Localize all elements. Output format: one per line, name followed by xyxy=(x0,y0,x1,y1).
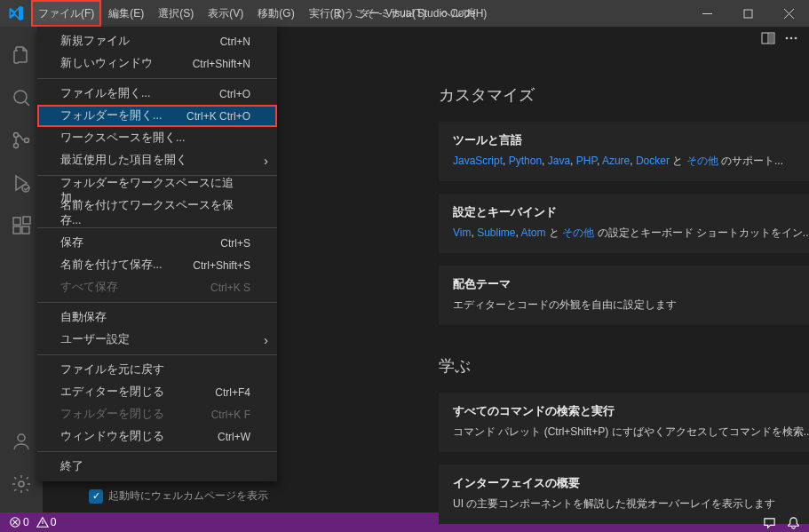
ui-overview-card[interactable]: インターフェイスの概要 UI の主要コンポーネントを解説した視覚オーバーレイを表… xyxy=(439,465,809,524)
notifications-icon[interactable] xyxy=(787,516,800,529)
menu-close-editor[interactable]: エディターを閉じるCtrl+F4 xyxy=(37,381,277,403)
menu-close-folder: フォルダーを閉じるCtrl+K F xyxy=(37,403,277,425)
error-count: 0 xyxy=(23,516,29,528)
svg-rect-8 xyxy=(22,226,29,234)
ui-overview-title: インターフェイスの概要 xyxy=(453,475,809,491)
menu-open-folder[interactable]: フォルダーを開く...Ctrl+K Ctrl+O xyxy=(37,105,277,127)
color-theme-title: 配色テーマ xyxy=(453,276,809,292)
window-title: ようこそ - Visual Studio Code xyxy=(333,6,476,21)
menu-save[interactable]: 保存Ctrl+S xyxy=(37,232,277,254)
all-commands-text: コマンド パレット (Ctrl+Shift+P) にすばやくアクセスしてコマンド… xyxy=(453,425,809,440)
startup-welcome-checkbox[interactable]: ✓ 起動時にウェルカムページを表示 xyxy=(89,488,268,504)
svg-rect-13 xyxy=(769,34,773,43)
lang-link[interactable]: Python xyxy=(509,155,542,167)
all-commands-card[interactable]: すべてのコマンドの検索と実行 コマンド パレット (Ctrl+Shift+P) … xyxy=(439,393,809,452)
ui-overview-text: UI の主要コンポーネントを解説した視覚オーバーレイを表示します xyxy=(453,496,809,512)
menu-new-file[interactable]: 新規ファイルCtrl+N xyxy=(37,30,277,52)
menu-view[interactable]: 表示(V) xyxy=(201,0,250,27)
svg-rect-7 xyxy=(13,226,20,234)
close-button[interactable] xyxy=(768,0,809,27)
menu-open-file[interactable]: ファイルを開く...Ctrl+O xyxy=(37,83,277,105)
menu-revert-file[interactable]: ファイルを元に戻す xyxy=(37,359,277,381)
run-debug-icon[interactable] xyxy=(0,162,43,204)
keymap-link[interactable]: Sublime xyxy=(477,226,515,239)
explorer-icon[interactable] xyxy=(0,34,43,76)
startup-welcome-label: 起動時にウェルカムページを表示 xyxy=(108,488,268,504)
menu-open-recent[interactable]: 最近使用した項目を開く xyxy=(37,149,277,171)
more-link[interactable]: その他 xyxy=(686,155,718,167)
keybindings-title: 設定とキーバインド xyxy=(453,204,809,220)
menu-new-window[interactable]: 新しいウィンドウCtrl+Shift+N xyxy=(37,52,277,75)
learn-heading: 学ぶ xyxy=(439,355,809,377)
activity-bar xyxy=(0,27,43,512)
tools-card[interactable]: ツールと言語 JavaScript, Python, Java, PHP, Az… xyxy=(439,122,809,181)
tools-title: ツールと言語 xyxy=(453,132,809,148)
menu-exit[interactable]: 終了 xyxy=(37,456,277,478)
menu-save-ws-as[interactable]: 名前を付けてワークスペースを保存... xyxy=(37,202,277,224)
svg-point-2 xyxy=(14,133,19,138)
minimize-button[interactable] xyxy=(686,0,727,27)
more-link[interactable]: その他 xyxy=(562,226,594,239)
svg-point-1 xyxy=(14,91,27,103)
svg-rect-6 xyxy=(13,218,20,225)
svg-point-15 xyxy=(790,37,793,40)
file-menu-dropdown: 新規ファイルCtrl+N 新しいウィンドウCtrl+Shift+N ファイルを開… xyxy=(37,27,277,481)
search-icon[interactable] xyxy=(0,76,43,119)
menu-preferences[interactable]: ユーザー設定 xyxy=(37,329,277,351)
split-editor-icon[interactable] xyxy=(761,31,775,45)
source-control-icon[interactable] xyxy=(0,119,43,162)
svg-point-14 xyxy=(786,37,789,40)
customize-heading: カスタマイズ xyxy=(439,84,809,106)
tools-text: JavaScript, Python, Java, PHP, Azure, Do… xyxy=(453,154,809,169)
svg-point-16 xyxy=(795,37,797,40)
menu-separator xyxy=(37,302,277,303)
keymap-link[interactable]: Atom xyxy=(521,226,546,239)
menu-go[interactable]: 移動(G) xyxy=(250,0,301,27)
lang-link[interactable]: Java xyxy=(548,155,570,167)
keymap-link[interactable]: Vim xyxy=(453,226,471,239)
menu-close-window[interactable]: ウィンドウを閉じるCtrl+W xyxy=(37,425,277,448)
lang-link[interactable]: Docker xyxy=(636,155,670,167)
lang-link[interactable]: PHP xyxy=(576,155,597,167)
keybindings-card[interactable]: 設定とキーバインド Vim, Sublime, Atom と その他 の設定とキ… xyxy=(439,194,809,253)
warning-count: 0 xyxy=(51,516,57,528)
menu-separator xyxy=(37,451,277,452)
extensions-icon[interactable] xyxy=(0,204,43,247)
checkbox-checked-icon[interactable]: ✓ xyxy=(89,489,103,504)
svg-point-3 xyxy=(14,144,19,148)
menu-save-as[interactable]: 名前を付けて保存...Ctrl+Shift+S xyxy=(37,254,277,276)
maximize-button[interactable] xyxy=(727,0,768,27)
svg-point-4 xyxy=(25,139,29,143)
accounts-icon[interactable] xyxy=(0,420,43,463)
menu-separator xyxy=(37,78,277,79)
welcome-panel: カスタマイズ ツールと言語 JavaScript, Python, Java, … xyxy=(424,27,809,512)
svg-rect-9 xyxy=(23,217,30,224)
app-icon xyxy=(0,5,31,21)
all-commands-title: すべてのコマンドの検索と実行 xyxy=(453,403,809,419)
menu-separator xyxy=(37,354,277,355)
menu-save-all: すべて保存Ctrl+K S xyxy=(37,276,277,298)
more-actions-icon[interactable] xyxy=(784,31,798,45)
svg-point-11 xyxy=(19,481,24,487)
settings-gear-icon[interactable] xyxy=(0,463,43,505)
keybindings-text: Vim, Sublime, Atom と その他 の設定とキーボード ショートカ… xyxy=(453,226,809,241)
color-theme-text: エディターとコードの外観を自由に設定します xyxy=(453,298,809,313)
feedback-icon[interactable] xyxy=(763,516,776,529)
svg-rect-0 xyxy=(744,10,752,18)
menu-select[interactable]: 選択(S) xyxy=(151,0,201,27)
menu-file[interactable]: ファイル(F) xyxy=(31,0,101,27)
lang-link[interactable]: JavaScript xyxy=(453,155,503,167)
color-theme-card[interactable]: 配色テーマ エディターとコードの外観を自由に設定します xyxy=(439,266,809,325)
menu-open-workspace[interactable]: ワークスペースを開く... xyxy=(37,127,277,149)
menu-edit[interactable]: 編集(E) xyxy=(101,0,151,27)
titlebar: ファイル(F) 編集(E) 選択(S) 表示(V) 移動(G) 実行(R) ター… xyxy=(0,0,809,27)
svg-point-10 xyxy=(18,434,25,441)
problems-status[interactable]: 0 0 xyxy=(9,516,56,528)
window-controls xyxy=(686,0,809,27)
lang-link[interactable]: Azure xyxy=(602,155,630,167)
menu-auto-save[interactable]: 自動保存 xyxy=(37,306,277,329)
